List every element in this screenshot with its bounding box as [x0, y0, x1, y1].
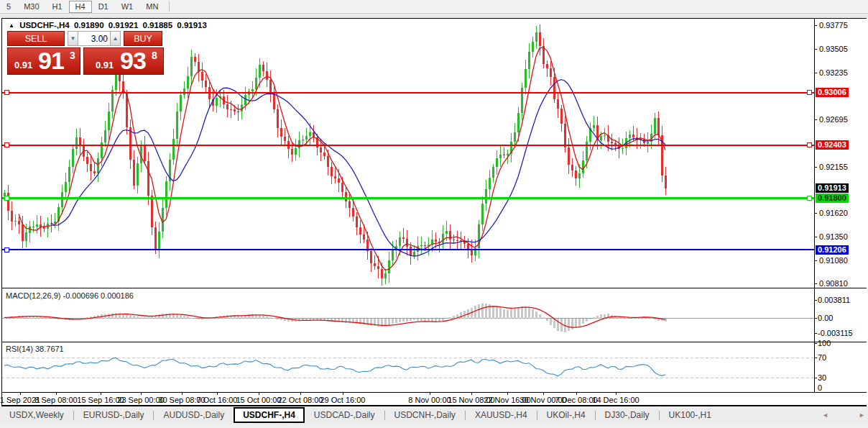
ohlc-close: 0.91913	[177, 21, 207, 29]
volume-input[interactable]	[78, 31, 110, 46]
price-level-label[interactable]: 0.91206	[816, 245, 849, 255]
chart-symbol-label: USDCHF-,H4	[19, 21, 70, 29]
price-level-label[interactable]: 0.91913	[816, 183, 849, 193]
price-axis-tick: 0.91350	[819, 232, 848, 241]
macd-axis-tick: 0.00	[818, 314, 833, 322]
buy-price-sup: 8	[152, 50, 157, 61]
sell-price-panel[interactable]: 0.91 91 3	[7, 47, 80, 75]
volume-decrease-button[interactable]: ▼	[68, 31, 78, 46]
chart-tab-ukoil-h4[interactable]: UKOil-,H4	[537, 407, 595, 424]
chart-tab-dj30-daily[interactable]: DJ30-,Daily	[596, 407, 659, 424]
buy-button[interactable]: BUY	[124, 31, 162, 46]
buy-price-panel[interactable]: 0.91 93 8	[83, 47, 164, 75]
status-strip	[0, 424, 868, 428]
sell-price-big: 91	[38, 47, 64, 75]
sell-price-sup: 3	[70, 50, 75, 61]
chart-tab-usdcnh-daily[interactable]: USDCNH-,Daily	[385, 407, 465, 424]
rsi-name: RSI(14)	[6, 345, 33, 353]
time-axis-label: 14 Dec 16:00	[589, 396, 642, 404]
chart-title: ▲ USDCHF-,H4 0.91890 0.91921 0.91885 0.9…	[9, 21, 209, 29]
tab-scroll-right-icon[interactable]: ►	[859, 411, 865, 419]
price-axis-tick: 0.91080	[819, 256, 848, 265]
macd-axis-tick: -0.003115	[818, 329, 853, 337]
price-axis-tick: 0.93775	[819, 21, 848, 29]
chart-tab-eurusd-daily[interactable]: EURUSD-,Daily	[74, 407, 154, 424]
line-handle	[4, 91, 9, 95]
rsi-value: 38.7671	[35, 345, 64, 353]
line-handle	[807, 143, 811, 147]
chart-tab-uk100-h1[interactable]: UK100-,H1	[660, 407, 721, 424]
chart-frame	[1, 18, 867, 406]
price-axis-tick: 0.93235	[819, 68, 848, 77]
chart-tab-xauusd-h4[interactable]: XAUUSD-,H4	[466, 407, 537, 424]
rsi-axis-tick: 70	[818, 353, 826, 362]
trade-panel: SELL ▼ ▲ BUY 0.91 91 3 0.91 93 8	[7, 31, 162, 73]
ohlc-low: 0.91885	[143, 21, 173, 29]
buy-price-prefix: 0.91	[96, 60, 114, 70]
level-lines	[1, 91, 814, 252]
chart-tab-usdcad-daily[interactable]: USDCAD-,Daily	[305, 407, 384, 424]
price-axis-tick: 0.90810	[819, 279, 848, 288]
chart-tab-bar: USDX,WeeklyEURUSD-,DailyAUDUSD-,DailyUSD…	[0, 406, 868, 424]
macd-label: MACD(12,26,9) -0.000696 0.000186	[6, 291, 134, 300]
macd-signal-value: 0.000186	[101, 291, 134, 300]
macd-axis-tick: 0.003811	[818, 296, 850, 304]
price-level-label[interactable]: 0.92403	[816, 140, 849, 150]
price-axis-tick: 0.92695	[819, 115, 848, 124]
sell-button[interactable]: SELL	[7, 31, 65, 46]
ohlc-open: 0.91890	[74, 21, 104, 29]
time-axis-label: 29 Oct 16:00	[316, 396, 369, 404]
tab-scroll-left-icon[interactable]: ◄	[822, 411, 828, 419]
line-handle	[4, 143, 9, 147]
rsi-pane	[1, 358, 814, 378]
chart-tab-usdx-weekly[interactable]: USDX,Weekly	[0, 407, 73, 424]
ohlc-high: 0.91921	[108, 21, 139, 29]
price-axis-tick: 0.91620	[819, 209, 848, 217]
macd-pane	[1, 304, 814, 332]
macd-value: -0.000696	[63, 291, 98, 300]
volume-spinner: ▼ ▲	[68, 31, 121, 46]
line-handle	[807, 196, 811, 200]
line-handle	[4, 247, 9, 252]
price-axis-tick: 0.92155	[819, 163, 848, 171]
rsi-label: RSI(14) 38.7671	[6, 345, 64, 353]
volume-increase-button[interactable]: ▲	[110, 31, 121, 46]
line-handle	[807, 91, 811, 95]
sell-price-prefix: 0.91	[14, 60, 32, 70]
price-axis-tick: 0.93505	[819, 45, 848, 53]
line-handle	[4, 196, 9, 200]
rsi-axis-tick: 100	[818, 339, 831, 347]
buy-price-big: 93	[120, 47, 146, 75]
collapse-triangle-icon[interactable]: ▲	[9, 22, 14, 29]
rsi-axis-tick: 30	[818, 373, 826, 382]
macd-name: MACD(12,26,9)	[6, 291, 60, 300]
chart-tab-usdchf-h4[interactable]: USDCHF-,H4	[234, 407, 305, 423]
price-level-label[interactable]: 0.93006	[816, 88, 849, 97]
chart-tab-audusd-daily[interactable]: AUDUSD-,Daily	[154, 407, 234, 424]
rsi-axis-tick: 0	[818, 383, 822, 392]
price-level-label[interactable]: 0.91800	[816, 193, 849, 203]
